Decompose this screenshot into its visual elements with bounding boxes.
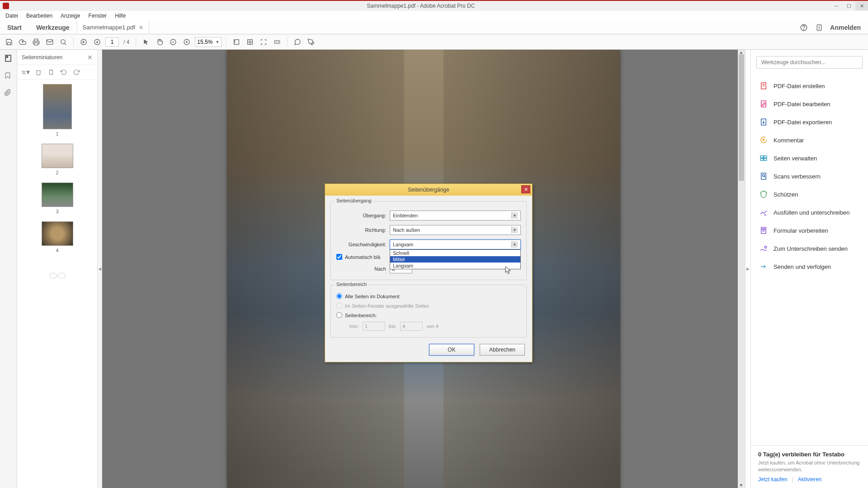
svg-rect-39 [760,156,763,158]
toolbar: / 4 15,5%▼ [0,34,868,50]
close-panel-icon[interactable]: ✕ [87,54,93,61]
to-page-input [400,322,423,331]
thumbnail-page-4[interactable]: 4 [17,221,97,253]
svg-point-38 [763,139,764,141]
tool-label: Senden und verfolgen [774,263,831,270]
page-number-input[interactable] [105,38,119,47]
notifications-icon[interactable] [815,23,824,32]
thumbnail-page-1[interactable]: 1 [17,84,97,136]
fit-width-icon[interactable] [231,37,242,47]
zoom-out-icon[interactable] [168,37,179,47]
tab-tools[interactable]: Werkzeuge [29,21,77,34]
read-mode-icon[interactable] [272,37,283,47]
thumb-rotate-icon[interactable] [47,68,55,76]
cloud-icon[interactable] [17,37,28,47]
ok-button[interactable]: OK [429,344,474,356]
tool-label: Seiten verwalten [774,155,817,162]
svg-rect-46 [761,227,766,234]
page-transitions-dialog: Seitenübergänge ✕ Seitenübergang Übergan… [325,183,533,362]
tool-item-pdf-datei-erstellen[interactable]: PDF-Datei erstellen [751,77,868,95]
minimize-button[interactable]: ─ [830,1,843,10]
close-tab-icon[interactable]: ✕ [139,24,143,31]
menu-view[interactable]: Anzeige [57,12,84,20]
dialog-titlebar[interactable]: Seitenübergänge ✕ [325,184,532,196]
tool-label: PDF-Datei exportieren [774,119,832,126]
hand-tool-icon[interactable] [154,37,165,47]
help-icon[interactable] [799,23,808,32]
thumb-redo-icon[interactable] [72,68,80,76]
tool-item-pdf-datei-exportieren[interactable]: PDF-Datei exportieren [751,113,868,131]
tool-item-sch-tzen[interactable]: Schützen [751,185,868,203]
menubar: Datei Bearbeiten Anzeige Fenster Hilfe [0,11,868,21]
menu-edit[interactable]: Bearbeiten [23,12,56,20]
pointer-tool-icon[interactable] [141,37,151,47]
cancel-button[interactable]: Abbrechen [480,344,525,356]
zoom-value: 15,5% [197,39,212,45]
speed-option-medium[interactable]: Mittel [390,256,520,263]
thumb-delete-icon[interactable] [34,68,42,76]
tool-item-seiten-verwalten[interactable]: Seiten verwalten [751,149,868,167]
collapse-left-handle[interactable]: ◀ [98,50,102,488]
radio-selected-label: Im Seiten-Fenster ausgewählte Seiten [345,303,429,309]
save-icon[interactable] [4,37,14,47]
zoom-select[interactable]: 15,5%▼ [195,37,222,47]
prev-page-icon[interactable] [78,37,89,47]
comment-icon[interactable] [292,37,303,47]
fit-page-icon[interactable] [245,37,255,47]
search-icon[interactable] [58,37,69,47]
buy-now-link[interactable]: Jetzt kaufen [758,476,788,483]
mail-icon[interactable] [44,37,55,47]
tab-start[interactable]: Start [0,21,29,34]
thumb-options-icon[interactable]: ▾ [22,68,30,76]
bookmarks-rail-icon[interactable] [4,71,13,80]
of-pages-label: von 4 [426,324,439,329]
radio-page-range[interactable] [336,312,342,318]
radio-selected-pages [336,303,342,309]
tool-item-senden-und-verfolgen[interactable]: Senden und verfolgen [751,258,868,276]
thumbnail-page-3[interactable]: 3 [17,183,97,214]
expand-right-handle[interactable]: ▶ [745,50,750,488]
tool-item-pdf-datei-bearbeiten[interactable]: PDF-Datei bearbeiten [751,95,868,113]
highlight-icon[interactable] [306,37,316,47]
to-label: bis: [389,324,396,329]
activate-link[interactable]: Aktivieren [798,476,822,483]
tool-item-formular-vorbereiten[interactable]: Formular vorbereiten [751,221,868,239]
scrollbar-thumb[interactable] [739,54,744,181]
tools-search-input[interactable] [756,56,863,69]
menu-window[interactable]: Fenster [85,12,110,20]
speed-option-slow[interactable]: Langsam [390,263,520,269]
maximize-button[interactable]: ☐ [843,1,855,10]
scroll-down-icon[interactable]: ▼ [739,483,743,488]
tool-item-zum-unterschreiben-senden[interactable]: Zum Unterschreiben senden [751,239,868,258]
tool-item-ausf-llen-und-unterschreiben[interactable]: Ausfüllen und unterschreiben [751,203,868,221]
thumbnails-rail-icon[interactable] [4,54,13,63]
speed-dropdown-list: Schnell Mittel Langsam [390,249,521,269]
svg-rect-19 [274,40,280,43]
tool-item-scans-verbessern[interactable]: Scans verbessern [751,167,868,185]
svg-rect-42 [764,159,767,161]
speed-option-fast[interactable]: Schnell [390,250,520,256]
auto-flip-checkbox[interactable] [336,254,342,260]
tool-icon [759,154,768,163]
menu-file[interactable]: Datei [2,12,22,20]
tool-item-kommentar[interactable]: Kommentar [751,131,868,149]
speed-select[interactable]: Langsam ▼ Schnell Mittel Langsam [390,239,521,249]
window-titlebar: Sammelmappe1.pdf - Adobe Acrobat Pro DC … [0,0,868,11]
attachments-rail-icon[interactable] [4,89,13,98]
login-link[interactable]: Anmelden [830,24,861,31]
tab-document-label: Sammelmappe1.pdf [83,24,135,31]
direction-select[interactable]: Nach außen ▼ [390,225,521,235]
vertical-scrollbar[interactable]: ▲ ▼ [738,50,745,488]
zoom-in-icon[interactable] [181,37,192,47]
menu-help[interactable]: Hilfe [111,12,129,20]
close-window-button[interactable]: ✕ [855,1,868,10]
radio-all-pages[interactable] [336,293,342,299]
dialog-close-button[interactable]: ✕ [521,185,530,193]
tab-document[interactable]: Sammelmappe1.pdf ✕ [77,21,149,33]
thumb-undo-icon[interactable] [60,68,68,76]
print-icon[interactable] [31,37,42,47]
thumbnail-page-2[interactable]: 2 [17,144,97,175]
next-page-icon[interactable] [92,37,103,47]
transition-select[interactable]: Einblenden ▼ [390,211,521,221]
fullscreen-icon[interactable] [258,37,269,47]
